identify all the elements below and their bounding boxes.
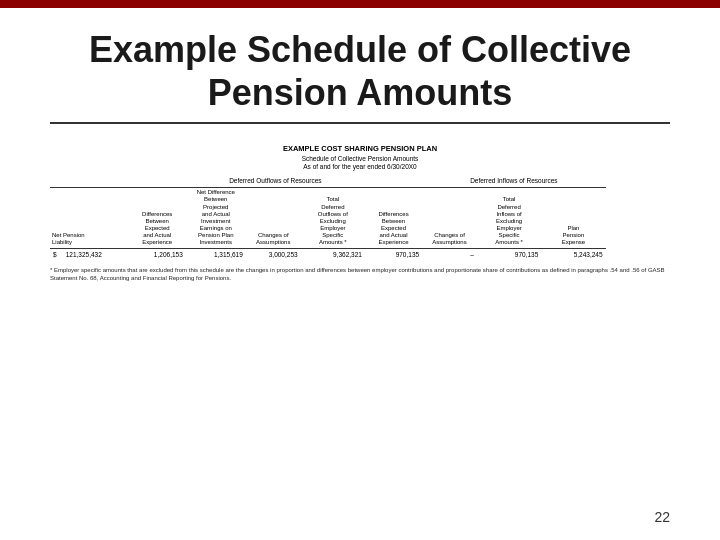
column-header-row: Net PensionLiability DifferencesBetweenE… <box>50 188 670 249</box>
table-container: EXAMPLE COST SHARING PENSION PLAN Schedu… <box>50 144 670 282</box>
footnote-text: * Employer specific amounts that are exc… <box>50 267 665 281</box>
col-header-npl: Net PensionLiability <box>50 188 129 249</box>
dollar-sign: $ <box>53 251 57 258</box>
title-line2: Pension Amounts <box>208 72 513 113</box>
top-bar <box>0 0 720 8</box>
footnote: * Employer specific amounts that are exc… <box>50 266 670 283</box>
deferred-inflows-header: Deferred Inflows of Resources <box>422 176 605 187</box>
changes1-value: 3,000,253 <box>246 248 301 260</box>
expense-value: 5,243,245 <box>541 248 605 260</box>
deferred-outflows-header: Deferred Outflows of Resources <box>186 176 365 187</box>
diff2-value: 970,135 <box>365 248 422 260</box>
title-line1: Example Schedule of Collective <box>89 29 631 70</box>
plan-date: As of and for the year ended 6/30/20X0 <box>50 163 670 170</box>
col-header-expense: PlanPensionExpense <box>541 188 605 249</box>
col-header-changes1: Changes ofAssumptions <box>246 188 301 249</box>
page-number: 22 <box>654 509 670 525</box>
plan-subtitle: Schedule of Collective Pension Amounts <box>50 155 670 162</box>
col-header-diff2: DifferencesBetweenExpectedand ActualExpe… <box>365 188 422 249</box>
npl-value: 121,325,432 <box>66 251 102 258</box>
col-header-diff1: DifferencesBetweenExpectedand ActualExpe… <box>129 188 186 249</box>
col-header-total-inflows: TotalDeferredInflows ofExcludingEmployer… <box>477 188 541 249</box>
data-row: $ 121,325,432 1,206,153 1,315,619 3,000,… <box>50 248 670 260</box>
title-divider <box>50 122 670 124</box>
diff1-value: 1,206,153 <box>129 248 186 260</box>
col-header-total-outflows: TotalDeferredOutflows ofExcludingEmploye… <box>301 188 365 249</box>
total-inflows-value: 970,135 <box>477 248 541 260</box>
changes2-value: – <box>422 248 477 260</box>
col-header-netdiff: Net DifferenceBetweenProjectedand Actual… <box>186 188 246 249</box>
col-header-changes2: Changes ofAssumptions <box>422 188 477 249</box>
netdiff-value: 1,315,619 <box>186 248 246 260</box>
section-header-row: Deferred Outflows of Resources Deferred … <box>50 176 670 187</box>
main-table: Deferred Outflows of Resources Deferred … <box>50 176 670 259</box>
plan-name: EXAMPLE COST SHARING PENSION PLAN <box>50 144 670 153</box>
total-outflows-value: 9,362,321 <box>301 248 365 260</box>
page-title: Example Schedule of Collective Pension A… <box>50 28 670 114</box>
